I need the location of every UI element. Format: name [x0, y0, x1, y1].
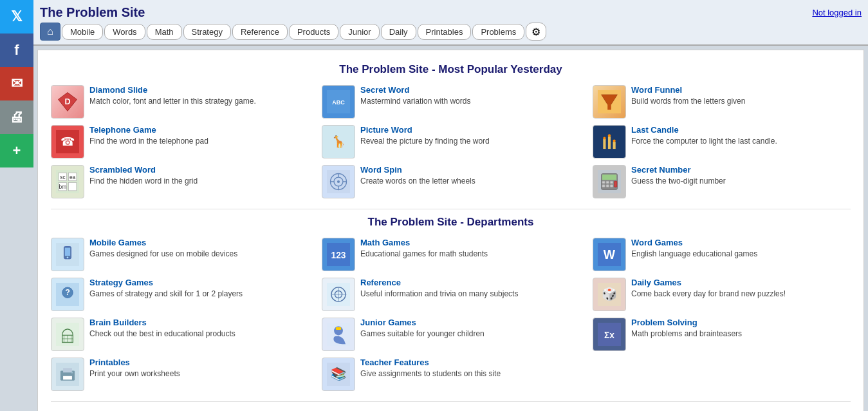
twitter-button[interactable]: 𝕏 — [0, 0, 33, 33]
secret-word-desc: Mastermind variation with words — [360, 96, 580, 107]
list-item[interactable]: 🦒 Picture Word Reveal the picture by fin… — [322, 125, 580, 158]
svg-text:ABC: ABC — [332, 99, 345, 106]
secret-number-desc: Guess the two-digit number — [631, 176, 851, 187]
svg-rect-14 — [613, 142, 616, 149]
tab-junior[interactable]: Junior — [340, 24, 379, 40]
secret-word-title[interactable]: Secret Word — [360, 85, 580, 95]
teacher-features-desc: Give assignments to students on this sit… — [360, 368, 580, 379]
tab-strategy[interactable]: Strategy — [183, 24, 231, 40]
math-games-title[interactable]: Math Games — [360, 238, 580, 247]
daily-games-icon: 🎲 — [593, 278, 626, 311]
header: The Problem Site Not logged in — [33, 0, 868, 23]
svg-text:sc: sc — [60, 174, 65, 180]
diamond-slide-title[interactable]: Diamond Slide — [89, 85, 309, 95]
svg-text:?: ? — [65, 288, 70, 297]
email-button[interactable]: ✉ — [0, 67, 33, 100]
junior-games-title[interactable]: Junior Games — [360, 318, 580, 327]
tab-daily[interactable]: Daily — [381, 24, 416, 40]
page-body: The Problem Site - Most Popular Yesterda… — [37, 50, 864, 411]
list-item[interactable]: 📚 Teacher Features Give assignments to s… — [322, 358, 580, 391]
math-games-icon: 123 — [322, 238, 355, 271]
list-item[interactable]: W Word Games English language educationa… — [593, 238, 851, 271]
departments-grid: Mobile Games Games designed for use on m… — [51, 238, 851, 391]
list-item[interactable]: Word Spin Create words on the letter whe… — [322, 165, 580, 198]
problem-solving-title[interactable]: Problem Solving — [631, 318, 851, 327]
word-funnel-desc: Build words from the letters given — [631, 96, 851, 107]
tab-problems[interactable]: Problems — [472, 24, 524, 40]
svg-text:D: D — [64, 97, 70, 106]
teacher-features-title[interactable]: Teacher Features — [360, 358, 580, 367]
bottom-divider — [51, 401, 851, 402]
tab-mobile[interactable]: Mobile — [62, 24, 103, 40]
facebook-button[interactable]: f — [0, 33, 33, 67]
telephone-game-title[interactable]: Telephone Game — [89, 125, 309, 135]
list-item[interactable]: ? Strategy Games Games of strategy and s… — [51, 278, 309, 311]
twitter-icon: 𝕏 — [11, 8, 23, 25]
tab-printables[interactable]: Printables — [418, 24, 472, 40]
settings-button[interactable]: ⚙ — [526, 23, 546, 41]
teacher-features-icon: 📚 — [322, 358, 355, 391]
list-item[interactable]: 🎲 Daily Games Come back every day for br… — [593, 278, 851, 311]
daily-games-title[interactable]: Daily Games — [631, 278, 851, 287]
secret-number-title[interactable]: Secret Number — [631, 165, 851, 175]
list-item[interactable]: Mobile Games Games designed for use on m… — [51, 238, 309, 271]
svg-rect-37 — [602, 181, 605, 183]
email-icon: ✉ — [11, 75, 23, 92]
diamond-slide-text: Diamond Slide Match color, font and lett… — [89, 85, 309, 107]
mobile-games-icon — [51, 238, 84, 271]
tab-words[interactable]: Words — [104, 24, 145, 40]
last-candle-title[interactable]: Last Candle — [631, 125, 851, 135]
svg-rect-38 — [606, 181, 609, 183]
mobile-games-title[interactable]: Mobile Games — [89, 238, 309, 247]
word-spin-title[interactable]: Word Spin — [360, 165, 580, 175]
tab-products[interactable]: Products — [289, 24, 338, 40]
math-games-desc: Educational games for math students — [360, 249, 580, 260]
telephone-game-icon: ☎ — [51, 125, 84, 158]
svg-rect-75 — [63, 368, 72, 372]
brain-builders-title[interactable]: Brain Builders — [89, 318, 309, 327]
svg-text:🎲: 🎲 — [602, 287, 618, 301]
list-item[interactable]: Word Funnel Build words from the letters… — [593, 85, 851, 119]
list-item[interactable]: Printables Print your own worksheets — [51, 358, 309, 391]
diamond-slide-desc: Match color, font and letter in this str… — [89, 96, 309, 107]
svg-point-16 — [608, 134, 611, 137]
list-item[interactable]: Brain Builders Check out the best in edu… — [51, 318, 309, 351]
auth-status[interactable]: Not logged in — [812, 8, 862, 17]
word-spin-icon — [322, 165, 355, 198]
list-item[interactable]: D Diamond Slide Match color, font and le… — [51, 85, 309, 119]
list-item[interactable]: ABC Secret Word Mastermind variation wit… — [322, 85, 580, 119]
word-games-title[interactable]: Word Games — [631, 238, 851, 247]
svg-point-17 — [613, 140, 616, 142]
word-funnel-title[interactable]: Word Funnel — [631, 85, 851, 95]
list-item[interactable]: Secret Number Guess the two-digit number — [593, 165, 851, 198]
printables-title[interactable]: Printables — [89, 358, 309, 367]
tab-reference[interactable]: Reference — [232, 24, 288, 40]
home-button[interactable]: ⌂ — [40, 23, 60, 41]
list-item[interactable]: Junior Games Games suitable for younger … — [322, 318, 580, 351]
svg-text:🦒: 🦒 — [331, 135, 346, 149]
print-button[interactable]: 🖨 — [0, 100, 33, 134]
scrambled-word-title[interactable]: Scrambled Word — [89, 165, 309, 175]
svg-point-15 — [603, 137, 605, 139]
svg-rect-40 — [602, 185, 605, 187]
list-item[interactable]: 123 Math Games Educational games for mat… — [322, 238, 580, 271]
section-divider — [51, 209, 851, 209]
list-item[interactable]: Last Candle Force the computer to light … — [593, 125, 851, 158]
diamond-svg: D — [56, 90, 79, 113]
facebook-icon: f — [14, 42, 19, 59]
tab-math[interactable]: Math — [147, 24, 182, 40]
departments-title: The Problem Site - Departments — [51, 216, 851, 229]
picture-word-title[interactable]: Picture Word — [360, 125, 580, 135]
svg-rect-13 — [608, 137, 611, 149]
list-item[interactable]: Σx Problem Solving Math problems and bra… — [593, 318, 851, 351]
list-item[interactable]: Reference Useful information and trivia … — [322, 278, 580, 311]
list-item[interactable]: ☎ Telephone Game Find the word in the te… — [51, 125, 309, 158]
word-games-icon: W — [593, 238, 626, 271]
reference-desc: Useful information and trivia on many su… — [360, 289, 580, 300]
printables-desc: Print your own worksheets — [89, 368, 309, 379]
junior-games-icon — [322, 318, 355, 351]
list-item[interactable]: sc ea bm Scrambled Word Find the hidden … — [51, 165, 309, 198]
add-button[interactable]: + — [0, 134, 33, 167]
reference-title[interactable]: Reference — [360, 278, 580, 287]
strategy-games-title[interactable]: Strategy Games — [89, 278, 309, 287]
